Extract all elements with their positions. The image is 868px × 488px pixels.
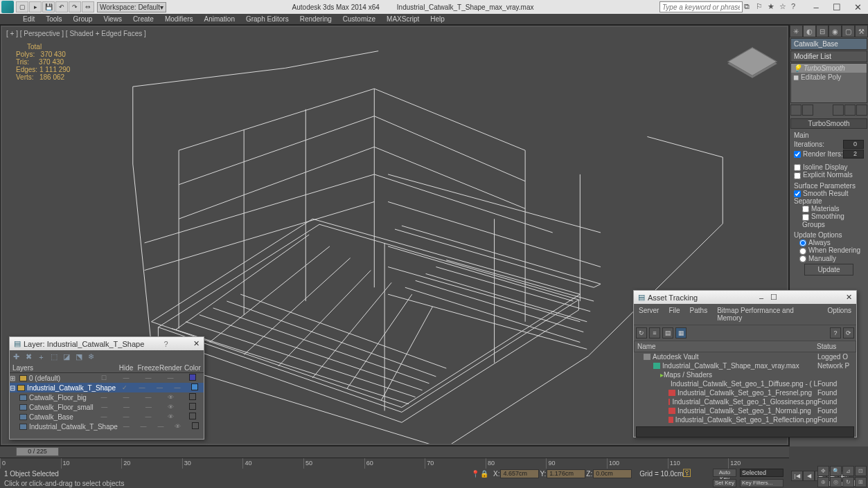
setkey-button[interactable]: Set Key bbox=[713, 479, 736, 487]
prev-frame-icon[interactable]: ◀ bbox=[803, 471, 815, 481]
app-logo-icon[interactable] bbox=[1, 1, 14, 13]
update-manual-radio[interactable]: Manually bbox=[799, 255, 836, 262]
time-slider[interactable]: 0 / 225 bbox=[16, 447, 59, 456]
minimize-button[interactable]: – bbox=[806, 0, 826, 14]
update-button[interactable]: Update bbox=[804, 264, 853, 275]
roll-icon[interactable]: ↻ bbox=[842, 477, 854, 487]
layer-freeze-icon[interactable]: ❄ bbox=[86, 352, 96, 362]
lock-selection-icon[interactable]: 📍 bbox=[471, 470, 479, 478]
menu-edit[interactable]: Edit bbox=[17, 15, 40, 24]
asset-dialog-titlebar[interactable]: ▤ Asset Tracking – ☐ ✕ bbox=[634, 291, 856, 304]
asset-help-icon[interactable]: ? bbox=[830, 327, 841, 338]
asset-view3-icon[interactable]: ▦ bbox=[675, 327, 687, 338]
key-mode-icon[interactable]: ⚿ bbox=[682, 467, 695, 480]
asset-row[interactable]: Industrial_Catwalk_Set_geo_1_Diffuse.png… bbox=[634, 379, 856, 388]
isoline-check[interactable]: Isoline Display bbox=[794, 163, 847, 171]
layer-delete-icon[interactable]: ✖ bbox=[24, 352, 34, 362]
menu-create[interactable]: Create bbox=[127, 15, 159, 24]
render-iters-check[interactable]: Render Iters: bbox=[794, 150, 843, 158]
orbit-icon[interactable]: ⊕ bbox=[817, 477, 829, 487]
asset-menu-file[interactable]: File bbox=[664, 305, 684, 323]
favorites-icon[interactable]: ☆ bbox=[779, 2, 789, 12]
cp-tab-utilities-icon[interactable]: ⚒ bbox=[855, 25, 868, 37]
menu-animation[interactable]: Animation bbox=[198, 15, 240, 24]
asset-close-icon[interactable]: ✕ bbox=[846, 293, 852, 302]
layer-row-main[interactable]: ⊟Industrial_Catwalk_T_Shape✓——— bbox=[10, 383, 204, 392]
asset-row[interactable]: ▸Maps / Shaders bbox=[634, 370, 856, 379]
iterations-spinner[interactable]: 0 bbox=[843, 140, 864, 149]
update-rendering-radio[interactable]: When Rendering bbox=[799, 246, 860, 254]
open-icon[interactable]: ▸ bbox=[29, 1, 42, 12]
maximize-vp-icon[interactable]: ⊞ bbox=[855, 477, 867, 487]
search-input[interactable] bbox=[659, 1, 743, 12]
asset-row[interactable]: Industrial_Catwalk_Set_geo_1_Glossiness.… bbox=[634, 397, 856, 406]
asset-row[interactable]: Industrial_Catwalk_Set_geo_1_Normal.pngF… bbox=[634, 406, 856, 415]
stack-item-turbosmooth[interactable]: 💡TurboSmooth bbox=[791, 64, 867, 73]
menu-graph[interactable]: Graph Editors bbox=[240, 15, 294, 24]
cp-tab-create-icon[interactable]: ✳ bbox=[790, 25, 803, 37]
layer-new-icon[interactable]: ✚ bbox=[11, 352, 21, 362]
asset-view2-icon[interactable]: ▤ bbox=[662, 327, 673, 338]
asset-menu-bpm[interactable]: Bitmap Performance and Memory bbox=[712, 305, 822, 323]
layer-help-icon[interactable]: ? bbox=[164, 340, 168, 348]
menu-customize[interactable]: Customize bbox=[337, 15, 381, 24]
layer-add-icon[interactable]: + bbox=[36, 352, 46, 362]
layer-row-floor-big[interactable]: Catwalk_Floor_big———👁 bbox=[10, 392, 204, 402]
signin-icon[interactable]: ⚐ bbox=[756, 2, 765, 12]
lock-icon[interactable]: 🔒 bbox=[480, 470, 488, 478]
pan-icon[interactable]: ✥ bbox=[817, 466, 829, 476]
menu-views[interactable]: Views bbox=[98, 15, 127, 24]
layer-row-tshape[interactable]: Industrial_Catwalk_T_Shape———👁 bbox=[10, 422, 204, 431]
time-slider-track[interactable]: 0 / 225 bbox=[0, 446, 789, 458]
y-coord-input[interactable]: 1.176cm bbox=[547, 469, 585, 478]
asset-min-icon[interactable]: – bbox=[759, 293, 763, 302]
maximize-button[interactable]: ☐ bbox=[826, 0, 847, 14]
stack-item-editable-poly[interactable]: ◼Editable Poly bbox=[791, 73, 867, 82]
asset-menu-paths[interactable]: Paths bbox=[685, 305, 713, 323]
exchange-icon[interactable]: ★ bbox=[768, 2, 777, 12]
cp-tab-motion-icon[interactable]: ◉ bbox=[829, 25, 842, 37]
time-ruler[interactable]: 01020 304050 607080 90100110 120 bbox=[0, 458, 789, 469]
redo-icon[interactable]: ↷ bbox=[69, 1, 81, 12]
menu-maxscript[interactable]: MAXScript bbox=[381, 15, 425, 24]
link-icon[interactable]: ⇔ bbox=[82, 1, 94, 12]
object-name-field[interactable]: Catwalk_Base bbox=[790, 38, 867, 50]
pin-stack-icon[interactable] bbox=[790, 105, 801, 116]
undo-icon[interactable]: ↶ bbox=[55, 1, 68, 12]
autokey-button[interactable]: Auto Key bbox=[713, 469, 736, 477]
asset-sync-icon[interactable]: ⟳ bbox=[843, 327, 854, 338]
layer-highlight-icon[interactable]: ◪ bbox=[61, 352, 71, 362]
zoom-extents-icon[interactable]: ⊡ bbox=[855, 466, 867, 476]
sep-smoothing-check[interactable]: Smoothing Groups bbox=[802, 213, 844, 228]
cp-tab-display-icon[interactable]: ▢ bbox=[842, 25, 855, 37]
asset-row[interactable]: Industrial_Catwalk_Set_geo_1_Reflection.… bbox=[634, 415, 856, 424]
menu-group[interactable]: Group bbox=[68, 15, 98, 24]
asset-menu-options[interactable]: Options bbox=[823, 305, 856, 323]
key-selection-dropdown[interactable]: Selected bbox=[740, 469, 783, 477]
goto-start-icon[interactable]: |◀ bbox=[791, 471, 803, 481]
explicit-normals-check[interactable]: Explicit Normals bbox=[794, 171, 853, 179]
smooth-result-check[interactable]: Smooth Result bbox=[794, 190, 849, 197]
asset-view1-icon[interactable]: ≡ bbox=[649, 327, 660, 338]
asset-row[interactable]: Autodesk VaultLogged O bbox=[634, 352, 856, 361]
zoom-icon[interactable]: 🔍 bbox=[830, 466, 842, 476]
workspace-selector[interactable]: Workspace: Default ▾ bbox=[97, 2, 166, 12]
asset-max-icon[interactable]: ☐ bbox=[770, 293, 777, 302]
layer-hide-icon[interactable]: ⬔ bbox=[73, 352, 84, 362]
asset-status-field[interactable] bbox=[636, 426, 854, 437]
dolly-icon[interactable]: ◎ bbox=[830, 477, 842, 487]
rollout-turbosmooth[interactable]: TurboSmooth bbox=[790, 118, 867, 129]
asset-row[interactable]: Industrial_Catwalk_T_Shape_max_vray.maxN… bbox=[634, 361, 856, 370]
remove-mod-icon[interactable] bbox=[844, 105, 856, 116]
close-button[interactable]: ✕ bbox=[847, 0, 868, 14]
asset-menu-server[interactable]: Server bbox=[634, 305, 664, 323]
modifier-list-dropdown[interactable]: Modifier List bbox=[790, 51, 867, 62]
asset-row[interactable]: Industrial_Catwalk_Set_geo_1_Fresnel.png… bbox=[634, 388, 856, 397]
menu-help[interactable]: Help bbox=[425, 15, 450, 24]
menu-modifiers[interactable]: Modifiers bbox=[159, 15, 199, 24]
layer-row-floor-small[interactable]: Catwalk_Floor_small———👁 bbox=[10, 402, 204, 412]
layer-row-default[interactable]: ⊞0 (default)☐——— bbox=[10, 373, 204, 383]
menu-tools[interactable]: Tools bbox=[40, 15, 67, 24]
render-iters-spinner[interactable]: 2 bbox=[843, 150, 864, 159]
x-coord-input[interactable]: 4.657cm bbox=[500, 469, 539, 478]
